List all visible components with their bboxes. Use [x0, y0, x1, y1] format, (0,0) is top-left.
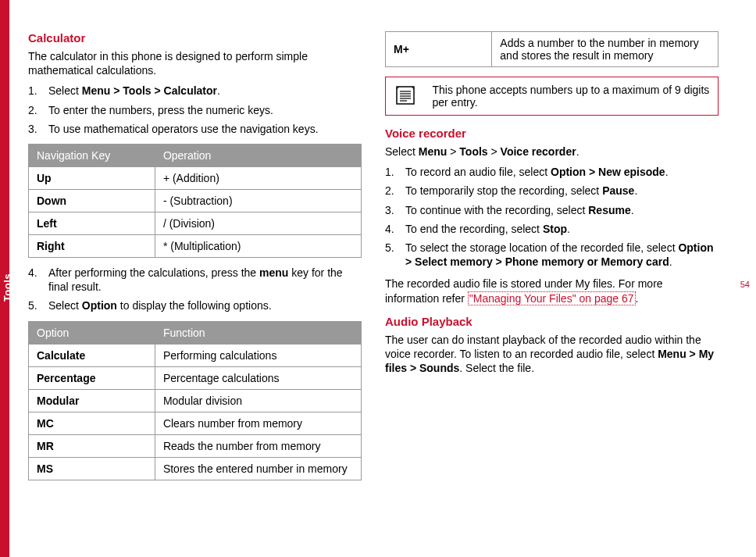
table-row: CalculatePerforming calculations	[29, 344, 362, 366]
col-header: Function	[155, 321, 361, 344]
step-number: 1.	[385, 165, 405, 179]
cell-key: MC	[29, 412, 155, 434]
text-run: .	[576, 145, 579, 158]
table-row: ModularModular division	[29, 389, 362, 412]
bold-term: Option	[82, 299, 117, 312]
step-number: 2.	[385, 184, 405, 198]
voice-step-3: 3. To continue with the recording, selec…	[385, 203, 719, 217]
step-number: 5.	[28, 298, 48, 312]
text-run: .	[665, 166, 669, 178]
voice-tail-para: The recorded audio file is stored under …	[385, 277, 719, 305]
step-text: To select the storage location of the re…	[405, 241, 719, 269]
step-number: 2.	[28, 103, 48, 117]
text-run: Select	[385, 145, 419, 158]
side-tab-tools: Tools	[2, 273, 17, 302]
text-run: To record an audio file, select	[405, 166, 551, 178]
text-run: >	[447, 145, 459, 158]
text-run: .	[567, 223, 570, 235]
text-run: Select	[48, 84, 82, 97]
menu-path: Menu > Tools > Calculator	[82, 84, 217, 97]
voice-step-5: 5. To select the storage location of the…	[385, 241, 719, 269]
col-header: Operation	[155, 144, 361, 166]
heading-audio-playback: Audio Playback	[385, 315, 719, 328]
right-column: M+ Adds a number to the number in memory…	[385, 31, 719, 526]
nav-key-table: Navigation Key Operation Up+ (Addition) …	[28, 144, 362, 258]
bold-term: Voice recorder	[501, 145, 576, 158]
bold-term: Stop	[543, 223, 567, 235]
calc-intro: The calculator in this phone is designed…	[28, 49, 362, 77]
cell-value: - (Subtraction)	[155, 189, 361, 212]
calc-step-5: 5. Select Option to display the followin…	[28, 298, 362, 312]
text-run: .	[631, 204, 634, 216]
voice-steps: 1. To record an audio file, select Optio…	[385, 165, 719, 269]
bold-term: menu	[259, 266, 288, 279]
table-header-row: Option Function	[29, 321, 362, 344]
cell-key: Modular	[29, 389, 155, 412]
audio-playback-para: The user can do instant playback of the …	[385, 333, 719, 376]
voice-step-1: 1. To record an audio file, select Optio…	[385, 165, 719, 179]
cell-key: MR	[29, 434, 155, 457]
text-run: >	[488, 145, 501, 158]
calc-step-2: 2. To enter the numbers, press the numer…	[28, 103, 362, 117]
bold-term: Menu	[419, 145, 448, 158]
text-run: . Select the file.	[459, 362, 534, 374]
step-text: To temporarily stop the recording, selec…	[405, 184, 719, 198]
text-run: To temporarily stop the recording, selec…	[405, 184, 602, 197]
step-number: 4.	[28, 266, 48, 294]
text-run: Select	[48, 299, 82, 312]
option-table-continued: M+ Adds a number to the number in memory…	[385, 31, 719, 67]
text-run: After performing the calculations, press…	[48, 266, 259, 279]
bold-term: Tools	[459, 145, 487, 158]
text-run: .	[669, 255, 672, 268]
text-run: To continue with the recording, select	[405, 204, 588, 216]
step-number: 3.	[385, 203, 405, 217]
step-text: To end the recording, select Stop.	[405, 222, 719, 236]
note-text: This phone accepts numbers up to a maxim…	[425, 77, 719, 116]
cell-value: Adds a number to the number in memory an…	[492, 32, 719, 67]
cell-key: Down	[29, 189, 155, 212]
calc-step-1: 1. Select Menu > Tools > Calculator.	[28, 84, 362, 98]
left-column: Calculator The calculator in this phone …	[28, 31, 362, 526]
page-columns: Calculator The calculator in this phone …	[0, 0, 756, 557]
note-icon-cell	[386, 77, 425, 116]
cell-value: Reads the number from memory	[155, 434, 361, 457]
heading-calculator: Calculator	[28, 31, 362, 45]
heading-voice-recorder: Voice recorder	[385, 127, 719, 140]
step-text: To enter the numbers, press the numeric …	[48, 103, 362, 117]
cell-key: Right	[29, 234, 155, 257]
cell-key: Calculate	[29, 344, 155, 366]
step-number: 1.	[28, 84, 48, 98]
table-row: Down- (Subtraction)	[29, 189, 362, 212]
cell-key: MS	[29, 457, 155, 480]
calc-steps-1-3: 1. Select Menu > Tools > Calculator. 2. …	[28, 84, 362, 136]
step-text: To continue with the recording, select R…	[405, 203, 719, 217]
cell-value: * (Multiplication)	[155, 234, 361, 257]
table-row: Up+ (Addition)	[29, 166, 362, 189]
cell-value: Percentage calculations	[155, 366, 361, 389]
bold-term: Pause	[602, 184, 634, 197]
cell-value: Stores the entered number in memory	[155, 457, 361, 480]
text-run: .	[634, 184, 637, 197]
step-text: To use mathematical operators use the na…	[48, 122, 362, 136]
text-run: The user can do instant playback of the …	[385, 334, 701, 360]
step-text: Select Option to display the following o…	[48, 298, 362, 312]
cell-key: Left	[29, 212, 155, 234]
page-number: 54	[740, 280, 750, 289]
option-table: Option Function CalculatePerforming calc…	[28, 321, 362, 480]
table-row: MSStores the entered number in memory	[29, 457, 362, 480]
cross-reference-link[interactable]: "Managing Your Files" on page 67	[468, 291, 636, 305]
table-row: MCClears number from memory	[29, 412, 362, 434]
table-row: PercentagePercentage calculations	[29, 366, 362, 389]
table-header-row: Navigation Key Operation	[29, 144, 362, 166]
table-row: M+ Adds a number to the number in memory…	[386, 32, 719, 67]
col-header: Option	[29, 321, 155, 344]
voice-step-4: 4. To end the recording, select Stop.	[385, 222, 719, 236]
col-header: Navigation Key	[29, 144, 155, 166]
step-text: After performing the calculations, press…	[48, 266, 362, 294]
note-box: This phone accepts numbers up to a maxim…	[385, 77, 719, 116]
table-row: MRReads the number from memory	[29, 434, 362, 457]
cell-value: / (Division)	[155, 212, 361, 234]
cell-key: Up	[29, 166, 155, 189]
cell-key: M+	[386, 32, 492, 67]
table-row: Left/ (Division)	[29, 212, 362, 234]
